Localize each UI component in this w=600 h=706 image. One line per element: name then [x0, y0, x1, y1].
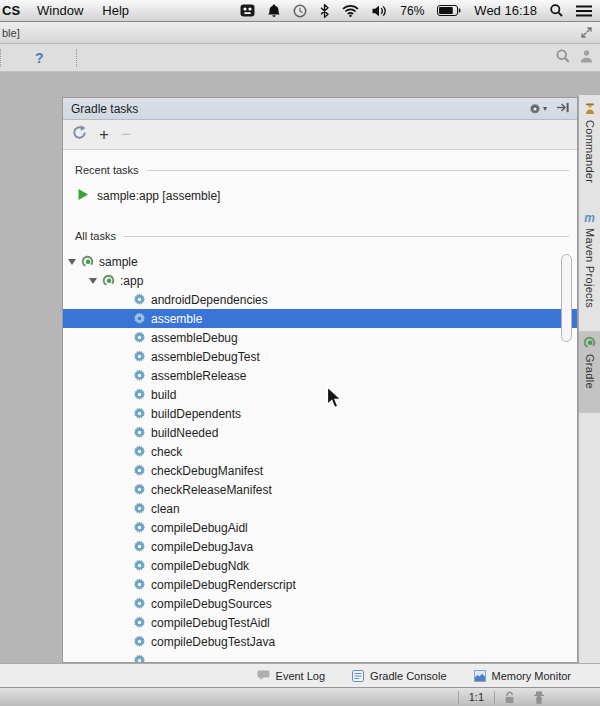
vertical-scrollbar-thumb[interactable] [561, 254, 572, 342]
task-gear-icon [133, 559, 146, 572]
main-toolbar: ? [0, 44, 600, 72]
avatar-icon[interactable] [580, 49, 593, 67]
app-menu-partial[interactable]: CS [2, 3, 20, 18]
memory-monitor-icon [474, 670, 486, 682]
toolbar-drag-handle[interactable] [0, 49, 1, 67]
caret-position-indicator[interactable]: 1:1 [459, 691, 494, 703]
menu-window[interactable]: Window [37, 3, 83, 18]
lock-icon[interactable] [495, 691, 524, 704]
tree-node-label: assemble [151, 312, 202, 326]
bottom-button-label: Memory Monitor [492, 670, 571, 682]
mouse-cursor [326, 386, 343, 414]
recent-task-label: sample:app [assemble] [97, 189, 220, 203]
notification-center-icon[interactable] [576, 5, 592, 17]
task-gear-icon [133, 616, 146, 629]
tree-node-compiledebugtestjava[interactable]: compileDebugTestJava [63, 632, 577, 651]
tree-node-assemblerelease[interactable]: assembleRelease [63, 366, 577, 385]
gradle-console-button[interactable]: Gradle Console [352, 670, 446, 682]
tree-node-compiledebugsources[interactable]: compileDebugSources [63, 594, 577, 613]
section-divider [124, 236, 569, 237]
remove-task-button[interactable]: − [121, 126, 131, 143]
wifi-icon[interactable] [342, 5, 359, 17]
menu-clock[interactable]: Wed 16:18 [474, 3, 537, 18]
task-gear-icon [133, 388, 146, 401]
gradle-console-icon [352, 670, 364, 682]
tree-node-label: check [151, 445, 182, 459]
spotlight-search-icon[interactable] [550, 4, 563, 17]
battery-percent: 76% [400, 4, 424, 18]
tree-node-label: assembleRelease [151, 369, 246, 383]
commander-icon [584, 103, 596, 115]
hector-inspector-icon[interactable] [524, 691, 554, 704]
tree-node-label: buildDependents [151, 407, 241, 421]
tree-node-compiledebugjava[interactable]: compileDebugJava [63, 537, 577, 556]
panel-settings-gear-icon[interactable]: ▾ [529, 103, 547, 115]
tree-node-label: assembleDebugTest [151, 350, 260, 364]
tree-node-checkdebugmanifest[interactable]: checkDebugManifest [63, 461, 577, 480]
tree-node-label: compileDebugSources [151, 597, 272, 611]
tree-node-clean[interactable]: clean [63, 499, 577, 518]
tree-node-label: build [151, 388, 176, 402]
section-divider [147, 170, 569, 171]
tree-node-compiledebugaidl[interactable]: compileDebugAidl [63, 518, 577, 537]
tree-node-label: compileDebugRenderscript [151, 578, 296, 592]
tree-node-label: compileDebugAidl [151, 521, 248, 535]
task-gear-icon [133, 426, 146, 439]
add-task-button[interactable]: + [99, 126, 109, 143]
run-play-icon[interactable] [77, 188, 89, 204]
panel-title: Gradle tasks [71, 102, 138, 116]
tree-node-label: compileDebugJava [151, 540, 253, 554]
tree-node-compiledebugtestaidl[interactable]: compileDebugTestAidl [63, 613, 577, 632]
refresh-icon[interactable] [72, 125, 87, 144]
tool-window-tab-commander[interactable]: Commander [579, 98, 600, 188]
tool-window-tab-gradle[interactable]: Gradle [579, 331, 600, 413]
fullscreen-icon[interactable] [581, 27, 592, 40]
task-gear-icon [133, 369, 146, 382]
bluetooth-icon[interactable] [320, 4, 329, 18]
gradle-project-icon [81, 255, 94, 268]
time-machine-icon[interactable] [293, 4, 307, 18]
tool-window-tab-label: Maven Projects [584, 228, 596, 308]
menu-help[interactable]: Help [102, 3, 129, 18]
tree-node-check[interactable]: check [63, 442, 577, 461]
search-icon[interactable] [556, 49, 570, 67]
help-button[interactable]: ? [35, 50, 44, 66]
notifications-bell-icon[interactable] [268, 4, 280, 18]
tree-node-assembledebug[interactable]: assembleDebug [63, 328, 577, 347]
task-gear-icon [133, 293, 146, 306]
task-gear-icon [133, 654, 146, 662]
tree-node-assemble[interactable]: assemble [63, 309, 577, 328]
tree-node-app[interactable]: :app [63, 271, 577, 290]
tree-node-checkreleasemanifest[interactable]: checkReleaseManifest [63, 480, 577, 499]
tree-node-label: clean [151, 502, 180, 516]
tree-node-sample[interactable]: sample [63, 252, 577, 271]
tree-node-assembledebugtest[interactable]: assembleDebugTest [63, 347, 577, 366]
all-tasks-section: All tasks [75, 230, 569, 242]
task-gear-icon [133, 540, 146, 553]
task-gear-icon [133, 407, 146, 420]
memory-monitor-button[interactable]: Memory Monitor [474, 670, 571, 682]
volume-icon[interactable] [372, 5, 387, 17]
all-tasks-label: All tasks [75, 230, 116, 242]
tree-node-androiddependencies[interactable]: androidDependencies [63, 290, 577, 309]
tool-window-tab-maven-projects[interactable]: mMaven Projects [579, 208, 600, 313]
status-bar: 1:1 [0, 687, 600, 706]
expand-arrow-icon[interactable] [89, 278, 97, 284]
hide-panel-icon[interactable] [557, 102, 569, 116]
battery-icon[interactable] [437, 5, 461, 16]
tree-node-label: sample [99, 255, 138, 269]
event-log-button[interactable]: Event Log [257, 670, 326, 682]
app-tray-icon[interactable] [240, 4, 255, 17]
toolbar-drag-handle[interactable] [76, 49, 77, 67]
expand-arrow-icon[interactable] [68, 259, 76, 265]
tree-node-label: androidDependencies [151, 293, 268, 307]
tree-node-label: checkDebugManifest [151, 464, 263, 478]
tree-node-buildneeded[interactable]: buildNeeded [63, 423, 577, 442]
task-gear-icon [133, 312, 146, 325]
recent-task-item[interactable]: sample:app [assemble] [77, 187, 577, 205]
tree-node-builddependents[interactable]: buildDependents [63, 404, 577, 423]
task-gear-icon [133, 464, 146, 477]
tree-node-build[interactable]: build [63, 385, 577, 404]
tree-node-compiledebugndk[interactable]: compileDebugNdk [63, 556, 577, 575]
tree-node-compiledebugrenderscript[interactable]: compileDebugRenderscript [63, 575, 577, 594]
